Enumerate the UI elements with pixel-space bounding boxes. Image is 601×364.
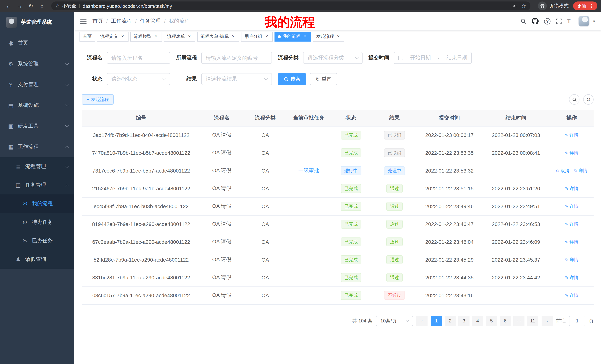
update-button[interactable]: 更新 ⋮ xyxy=(573,1,597,10)
caret-down-icon[interactable]: ▾ xyxy=(593,19,595,24)
address-bar[interactable]: ⚠ 不安全 | dashboard.yudao.iocoder.cn/bpm/t… xyxy=(51,1,531,10)
goto-page-input[interactable] xyxy=(569,316,585,326)
tab-process-form[interactable]: 流程表单× xyxy=(164,32,195,41)
column-header-category: 流程分类 xyxy=(243,110,288,126)
row-action-detail[interactable]: ✎详情 xyxy=(565,239,578,245)
close-icon[interactable]: × xyxy=(120,34,125,39)
page-button-4[interactable]: 4 xyxy=(472,316,483,326)
sidebar-item-devtools[interactable]: ▣研发工具 xyxy=(0,116,74,136)
logo[interactable]: 芋道管理系统 xyxy=(0,12,74,33)
close-icon[interactable]: × xyxy=(153,34,159,39)
sidebar-item-process-mgmt[interactable]: ≣流程管理 xyxy=(0,157,74,176)
sidebar-item-workflow[interactable]: ▦工作流程 xyxy=(0,136,74,157)
sidebar-item-infrastructure[interactable]: ▤基础设施 xyxy=(0,95,74,116)
page-button-2[interactable]: 2 xyxy=(445,316,456,326)
reload-icon[interactable]: ↻ xyxy=(26,0,36,12)
row-action-cancel[interactable]: ⊘取消 xyxy=(556,168,570,174)
search-icon[interactable] xyxy=(521,18,527,24)
tab-home[interactable]: 首页 xyxy=(80,32,95,41)
status-select[interactable]: 请选择状态 xyxy=(107,73,170,85)
page-button-11[interactable]: 11 xyxy=(527,316,538,326)
chevron-down-icon xyxy=(162,77,166,80)
more-pages-button[interactable]: ⋯ xyxy=(513,316,524,326)
refresh-table-button[interactable]: ↻ xyxy=(583,94,594,105)
process-name-input[interactable] xyxy=(107,52,170,64)
row-action-detail[interactable]: ✎详情 xyxy=(565,203,578,210)
plus-icon: + xyxy=(87,97,89,102)
row-action-detail[interactable]: ✎详情 xyxy=(565,292,578,299)
tab-label: 流程模型 xyxy=(134,33,151,40)
row-action-detail[interactable]: ✎详情 xyxy=(565,257,578,263)
tab-label: 流程定义 xyxy=(100,33,118,40)
cell-actions: ✎详情 xyxy=(550,215,594,233)
search-button[interactable]: 搜索 xyxy=(278,73,306,85)
close-icon[interactable]: × xyxy=(187,34,192,39)
sidebar-item-my-process[interactable]: ✉我的流程 xyxy=(0,194,74,213)
tab-process-model[interactable]: 流程模型× xyxy=(130,32,162,41)
process-definition-input[interactable] xyxy=(201,52,272,64)
page-button-1[interactable]: 1 xyxy=(431,316,442,326)
security-label[interactable]: 不安全 xyxy=(62,3,76,9)
sidebar-toggle-icon[interactable] xyxy=(80,18,87,24)
page-size-select[interactable]: 10条/页 xyxy=(376,316,413,326)
help-icon[interactable]: ? xyxy=(544,18,551,24)
show-search-button[interactable] xyxy=(569,94,580,105)
page-button-5[interactable]: 5 xyxy=(486,316,497,326)
back-icon[interactable]: ← xyxy=(4,0,13,12)
github-icon[interactable] xyxy=(532,18,539,25)
forward-icon[interactable]: → xyxy=(15,0,25,12)
password-key-icon[interactable] xyxy=(512,3,518,9)
cell-actions: ✎详情 xyxy=(550,287,594,304)
row-action-detail[interactable]: ✎详情 xyxy=(565,132,578,138)
sidebar-item-done-tasks[interactable]: ✂已办任务 xyxy=(0,231,74,250)
submit-time-range-picker[interactable]: 开始日期 - 结束日期 xyxy=(394,52,472,64)
bookmark-star-icon[interactable]: ☆ xyxy=(521,3,526,9)
close-icon[interactable]: × xyxy=(264,34,269,39)
row-action-detail[interactable]: ✎详情 xyxy=(565,221,578,228)
font-size-icon[interactable]: TT xyxy=(567,18,573,24)
close-icon[interactable]: × xyxy=(336,34,341,39)
user-avatar[interactable] xyxy=(579,16,590,27)
close-icon[interactable]: × xyxy=(231,34,236,39)
sidebar-item-system[interactable]: ⚙系统管理 xyxy=(0,53,74,74)
process-definition-label: 所属流程 xyxy=(176,55,201,61)
close-icon[interactable]: × xyxy=(302,34,308,39)
prev-page-button[interactable]: ‹ xyxy=(416,316,428,326)
row-action-detail[interactable]: ✎详情 xyxy=(565,150,578,156)
sidebar-item-leave-query[interactable]: ♟请假查询 xyxy=(0,250,74,269)
result-select[interactable]: 请选择流结果 xyxy=(201,73,272,85)
fullscreen-icon[interactable] xyxy=(556,18,562,24)
column-header-submit_time: 提交时间 xyxy=(417,110,482,126)
sidebar-item-payment[interactable]: ¥支付管理 xyxy=(0,74,74,95)
approval-task-link[interactable]: 一级审批 xyxy=(298,167,319,173)
tab-my-process[interactable]: 我的流程× xyxy=(274,32,311,41)
breadcrumb-item[interactable]: 任务管理 xyxy=(140,18,161,25)
row-action-detail[interactable]: ✎详情 xyxy=(565,275,578,281)
tab-start-process[interactable]: 发起流程× xyxy=(313,32,344,41)
breadcrumb-item[interactable]: 首页 xyxy=(92,18,103,25)
next-page-button[interactable]: › xyxy=(541,316,553,326)
chevron-up-icon xyxy=(65,146,69,150)
tab-process-form-edit[interactable]: 流程表单-编辑× xyxy=(197,32,239,41)
sidebar-item-task-mgmt[interactable]: ◫任务管理 xyxy=(0,176,74,194)
kebab-menu-icon[interactable]: ⋮ xyxy=(589,3,594,9)
sidebar-item-home[interactable]: ◉首页 xyxy=(0,33,74,53)
row-action-detail[interactable]: ✎详情 xyxy=(565,185,578,192)
create-process-button[interactable]: + 发起流程 xyxy=(82,94,114,105)
app-header: 首页/工作流程/任务管理/我的流程 ? TT ▾ xyxy=(74,12,601,30)
row-action-detail[interactable]: ✎详情 xyxy=(574,168,587,174)
tab-process-definition[interactable]: 流程定义× xyxy=(97,32,129,41)
page-button-3[interactable]: 3 xyxy=(458,316,470,326)
breadcrumb-item[interactable]: 工作流程 xyxy=(111,18,132,25)
reset-icon: ↻ xyxy=(316,76,320,82)
sidebar-item-todo-tasks[interactable]: ⊙待办任务 xyxy=(0,213,74,231)
cell-end-time: 2022-01-22 23:49:51 xyxy=(482,197,550,215)
url-text[interactable]: dashboard.yudao.iocoder.cn/bpm/task/my xyxy=(83,3,172,9)
cell-name: OA 请假 xyxy=(200,144,243,162)
page-button-6[interactable]: 6 xyxy=(500,316,511,326)
tab-user-group[interactable]: 用户分组× xyxy=(241,32,273,41)
category-select[interactable]: 请选择流程分类 xyxy=(303,52,362,64)
reset-button[interactable]: ↻ 重置 xyxy=(310,73,337,85)
cell-actions: ✎详情 xyxy=(550,233,594,251)
browser-home-icon[interactable]: ⌂ xyxy=(37,0,47,12)
